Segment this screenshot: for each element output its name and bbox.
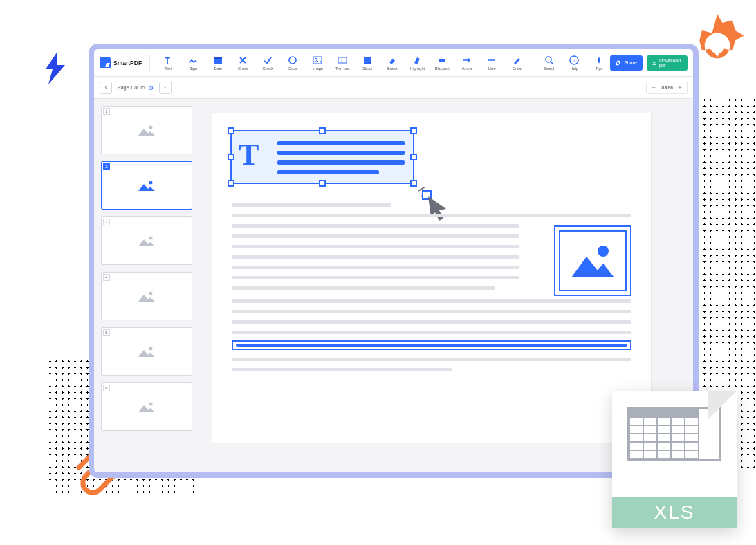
tool-label: Check bbox=[263, 66, 274, 71]
thumbnail-6[interactable]: 6 bbox=[101, 382, 192, 431]
share-button[interactable]: Share bbox=[610, 55, 643, 71]
blackout-icon bbox=[437, 55, 447, 65]
image-icon bbox=[137, 400, 156, 414]
app-window: SmartPDF TTextSignDateCrossCheckCircleIm… bbox=[89, 44, 699, 478]
line-icon bbox=[487, 55, 497, 65]
share-icon bbox=[616, 60, 621, 66]
svg-text:T: T bbox=[165, 55, 170, 65]
file-extension: XLS bbox=[612, 497, 737, 528]
svg-point-14 bbox=[149, 126, 153, 129]
download-label: Download pdf bbox=[659, 58, 682, 68]
text-icon: T bbox=[163, 55, 173, 65]
image-icon bbox=[137, 234, 156, 248]
zoom-control: − 100% + bbox=[646, 82, 688, 94]
tool-tips[interactable]: Tips bbox=[588, 51, 610, 75]
tool-label: Highlight bbox=[410, 66, 425, 71]
thumbnail-5[interactable]: 5 bbox=[101, 327, 192, 376]
svg-text:T: T bbox=[340, 58, 344, 63]
tool-search[interactable]: Search bbox=[538, 51, 560, 75]
resize-handle[interactable] bbox=[319, 127, 326, 134]
tool-blackout[interactable]: Blackout bbox=[431, 51, 453, 75]
highlight-icon bbox=[412, 55, 422, 65]
search-icon bbox=[544, 55, 554, 65]
image-placeholder[interactable] bbox=[554, 225, 631, 296]
lightning-icon bbox=[42, 53, 69, 84]
tool-label: Tips bbox=[596, 66, 602, 71]
svg-text:?: ? bbox=[573, 57, 576, 64]
next-page-button[interactable]: › bbox=[159, 82, 172, 94]
thumbnail-number: 3 bbox=[103, 219, 110, 225]
separator bbox=[531, 55, 531, 71]
logo-icon bbox=[100, 57, 111, 68]
svg-point-11 bbox=[546, 57, 551, 62]
resize-handle[interactable] bbox=[410, 127, 417, 134]
thumbnail-2[interactable]: 2 bbox=[101, 161, 192, 210]
settings-icon[interactable]: ⚙ bbox=[148, 84, 154, 91]
svg-point-19 bbox=[149, 403, 153, 406]
app-logo[interactable]: SmartPDF bbox=[100, 57, 147, 68]
page-fold-icon bbox=[708, 391, 737, 421]
resize-handle[interactable] bbox=[228, 127, 234, 134]
share-label: Share bbox=[624, 60, 637, 65]
tool-erase[interactable]: Erase bbox=[381, 51, 403, 75]
tool-circle[interactable]: Circle bbox=[282, 51, 304, 75]
tool-help[interactable]: ?Help bbox=[563, 51, 585, 75]
tool-label: Text bbox=[165, 66, 172, 71]
resize-handle[interactable] bbox=[228, 180, 234, 187]
tool-highlight[interactable]: Highlight bbox=[406, 51, 428, 75]
tool-sign[interactable]: Sign bbox=[182, 51, 204, 75]
tool-label: Erase bbox=[387, 66, 397, 71]
page-nav: ‹ Page 1 of 15 ⚙ › − 100% + bbox=[94, 77, 693, 99]
svg-point-23 bbox=[598, 246, 609, 257]
separator bbox=[149, 55, 150, 71]
xls-file: XLS bbox=[612, 391, 737, 528]
draw-icon bbox=[512, 55, 522, 65]
tool-label: Image bbox=[313, 66, 323, 71]
zoom-value: 100% bbox=[661, 85, 673, 90]
pdf-page[interactable]: T bbox=[212, 113, 652, 443]
thumbnail-number: 2 bbox=[103, 163, 110, 170]
tool-label: Text box bbox=[335, 66, 349, 71]
app-name: SmartPDF bbox=[113, 59, 142, 66]
thumbnail-number: 6 bbox=[103, 385, 110, 391]
prev-page-button[interactable]: ‹ bbox=[100, 82, 112, 94]
thumbnail-1[interactable]: 1 bbox=[101, 106, 192, 154]
tool-draw[interactable]: Draw bbox=[506, 51, 528, 75]
tool-text[interactable]: TText bbox=[157, 51, 179, 75]
tool-label: Cross bbox=[238, 66, 248, 71]
thumbnail-number: 1 bbox=[103, 108, 110, 115]
erase-icon bbox=[387, 55, 397, 65]
download-icon bbox=[652, 60, 656, 66]
resize-handle[interactable] bbox=[410, 180, 417, 187]
help-icon: ? bbox=[569, 55, 579, 65]
thumbnail-3[interactable]: 3 bbox=[101, 216, 192, 265]
tool-text-box[interactable]: TText box bbox=[331, 51, 353, 75]
tool-group-annotate: TTextSignDateCrossCheckCircleImageTText … bbox=[157, 51, 528, 75]
resize-handle[interactable] bbox=[228, 154, 234, 160]
image-icon bbox=[137, 178, 156, 192]
circle-icon bbox=[288, 55, 297, 65]
line-selection[interactable] bbox=[232, 340, 631, 350]
tool-cross[interactable]: Cross bbox=[232, 51, 254, 75]
image-icon bbox=[569, 241, 617, 280]
tips-icon bbox=[594, 55, 604, 65]
download-button[interactable]: Download pdf bbox=[647, 55, 688, 71]
toolbar: SmartPDF TTextSignDateCrossCheckCircleIm… bbox=[94, 49, 693, 77]
zoom-out-button[interactable]: − bbox=[649, 84, 658, 92]
tool-line[interactable]: Line bbox=[481, 51, 503, 75]
tool-sticky[interactable]: Sticky bbox=[356, 51, 378, 75]
svg-point-16 bbox=[149, 237, 153, 240]
tool-label: Circle bbox=[288, 66, 297, 71]
tool-group-util: Search?HelpTips bbox=[538, 51, 610, 75]
tool-arrow[interactable]: Arrow bbox=[456, 51, 478, 75]
tool-image[interactable]: Image bbox=[306, 51, 329, 75]
tool-label: Date bbox=[214, 66, 222, 71]
zoom-in-button[interactable]: + bbox=[676, 84, 684, 92]
resize-handle[interactable] bbox=[410, 154, 417, 160]
tool-check[interactable]: Check bbox=[257, 51, 279, 75]
textbox-selection[interactable]: T bbox=[230, 130, 414, 184]
thumbnail-4[interactable]: 4 bbox=[101, 272, 192, 320]
resize-handle[interactable] bbox=[319, 180, 326, 187]
tool-date[interactable]: Date bbox=[207, 51, 229, 75]
textbox-icon: T bbox=[338, 55, 347, 65]
